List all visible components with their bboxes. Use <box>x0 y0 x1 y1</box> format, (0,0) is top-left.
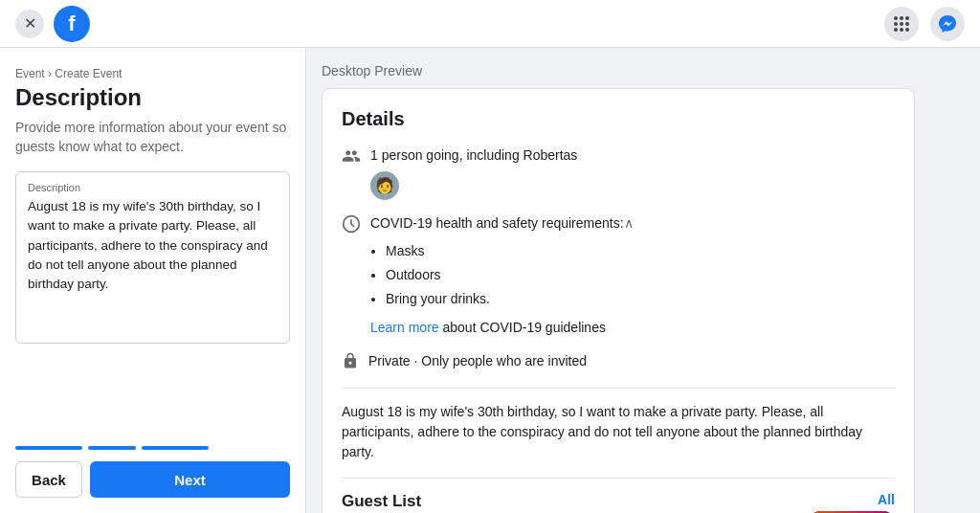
svg-point-8 <box>905 28 909 32</box>
textarea-content: August 18 is my wife's 30th birthday, so… <box>28 197 278 333</box>
attendees-row: 1 person going, including Robertas 🧑 <box>342 145 895 200</box>
svg-point-0 <box>894 16 898 20</box>
right-panel: Desktop Preview Details 1 person going, … <box>306 48 980 513</box>
button-row: Back Next <box>15 461 290 498</box>
progress-dot-3 <box>142 446 209 450</box>
desktop-preview-label: Desktop Preview <box>322 63 965 78</box>
lock-icon <box>342 352 359 374</box>
description-textarea[interactable]: Description August 18 is my wife's 30th … <box>15 171 290 344</box>
bottom-section: Back Next <box>15 446 290 498</box>
top-bar-right <box>884 7 965 41</box>
covid-item-masks: Masks <box>386 239 634 263</box>
details-title: Details <box>342 108 895 130</box>
page-description: Provide more information about your even… <box>15 119 290 156</box>
textarea-label: Description <box>28 182 278 193</box>
grid-button[interactable] <box>884 7 919 41</box>
messenger-button[interactable] <box>930 7 965 41</box>
covid-list: Masks Outdoors Bring your drinks. <box>386 239 634 312</box>
close-button[interactable]: ✕ <box>15 10 44 38</box>
attendees-text: 1 person going, including Robertas 🧑 <box>370 145 577 200</box>
event-description-text: August 18 is my wife's 30th birthday, so… <box>342 402 895 462</box>
covid-learn-more: Learn more about COVID-19 guidelines <box>370 318 634 338</box>
facebook-logo: f <box>54 6 90 42</box>
svg-point-6 <box>894 28 898 32</box>
privacy-row: Private · Only people who are invited <box>342 351 895 374</box>
chevron-up-icon: ∧ <box>624 213 634 234</box>
close-icon: ✕ <box>24 14 36 33</box>
covid-row: COVID-19 health and safety requirements:… <box>342 213 895 338</box>
svg-point-3 <box>894 22 898 26</box>
left-panel: Event › Create Event Description Provide… <box>0 48 306 513</box>
covid-icon <box>342 214 361 238</box>
attendees-icon <box>342 146 361 170</box>
svg-point-1 <box>900 16 903 20</box>
covid-item-outdoors: Outdoors <box>386 263 634 287</box>
svg-point-2 <box>905 16 909 20</box>
svg-point-5 <box>905 22 909 26</box>
breadcrumb: Event › Create Event <box>15 67 290 80</box>
guest-list-right: All DC DIGI chasers <box>809 492 895 513</box>
page-title: Description <box>15 84 290 111</box>
svg-point-7 <box>900 28 903 32</box>
top-bar: ✕ f <box>0 0 980 48</box>
main-content: Event › Create Event Description Provide… <box>0 48 980 513</box>
avatar: 🧑 <box>370 171 399 200</box>
preview-card: Details 1 person going, including Robert… <box>322 88 915 513</box>
back-button[interactable]: Back <box>15 461 82 498</box>
progress-dots <box>15 446 290 450</box>
top-bar-left: ✕ f <box>15 6 90 42</box>
covid-text: COVID-19 health and safety requirements:… <box>370 213 634 338</box>
progress-dot-1 <box>15 446 82 450</box>
divider <box>342 388 895 389</box>
covid-header: COVID-19 health and safety requirements:… <box>370 213 634 234</box>
covid-item-drinks: Bring your drinks. <box>386 287 634 311</box>
guest-list-title: Guest List <box>342 492 423 511</box>
privacy-text: Private · Only people who are invited <box>368 351 587 371</box>
progress-dot-2 <box>88 446 136 450</box>
next-button[interactable]: Next <box>90 461 290 498</box>
learn-more-link[interactable]: Learn more <box>370 320 439 335</box>
guest-list-section: Guest List 1 0 All <box>342 478 895 513</box>
svg-point-4 <box>900 22 903 26</box>
all-link[interactable]: All <box>878 492 895 507</box>
guest-list-left: Guest List 1 0 <box>342 492 423 513</box>
covid-header-text: COVID-19 health and safety requirements: <box>370 213 624 234</box>
